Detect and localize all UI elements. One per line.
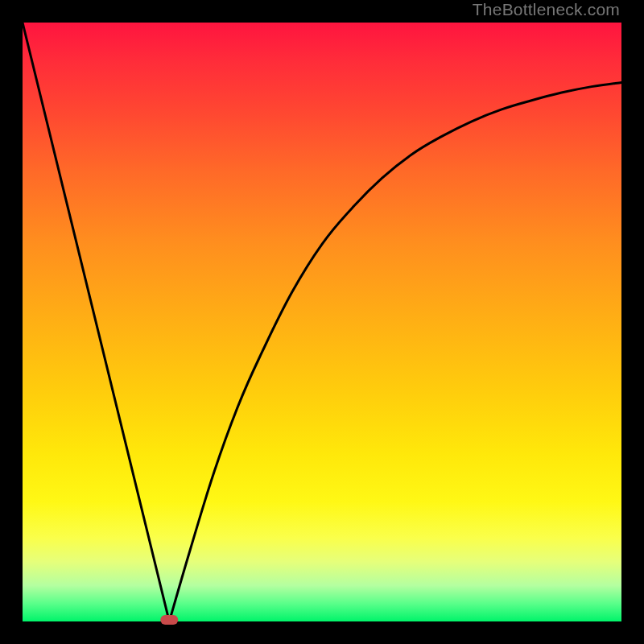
plot-area bbox=[23, 23, 621, 621]
minimum-marker bbox=[160, 615, 178, 625]
curve-svg bbox=[23, 23, 621, 621]
chart-frame: TheBottleneck.com bbox=[0, 0, 644, 644]
watermark-text: TheBottleneck.com bbox=[473, 0, 620, 19]
curve-group bbox=[23, 23, 621, 625]
curve-line bbox=[23, 23, 621, 621]
